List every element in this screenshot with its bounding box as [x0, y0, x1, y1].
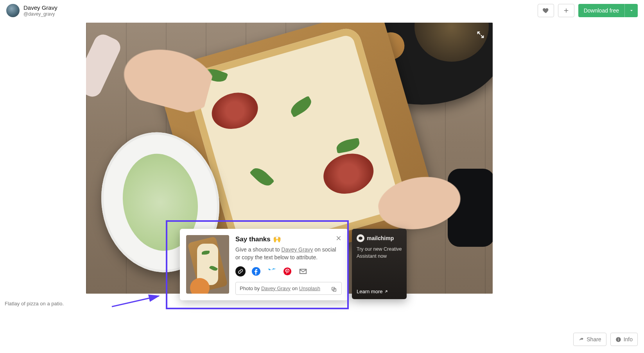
photo-header: Davey Gravy @davey_gravy Download free	[0, 0, 644, 20]
svg-rect-1	[618, 339, 619, 341]
photo-caption: Flatlay of pizza on a patio.	[5, 301, 64, 307]
share-pinterest-button[interactable]	[282, 266, 292, 276]
share-email-button[interactable]	[298, 266, 308, 276]
download-button[interactable]: Download free	[578, 4, 624, 17]
expand-icon	[476, 30, 485, 39]
plus-icon	[563, 7, 570, 14]
footer-actions: Share Info	[573, 333, 638, 346]
annotation-arrow	[106, 293, 168, 308]
copy-icon	[331, 286, 337, 292]
download-options-button[interactable]	[624, 4, 638, 17]
chevron-down-icon	[629, 8, 634, 13]
svg-rect-2	[618, 338, 619, 338]
hands-emoji: 🙌	[273, 235, 281, 243]
info-icon	[615, 337, 621, 342]
thanks-description: Give a shoutout to Davey Gravy on social…	[235, 246, 342, 262]
share-icon	[578, 337, 584, 342]
avatar[interactable]	[6, 4, 20, 17]
copy-attribution-button[interactable]	[328, 284, 340, 295]
link-icon	[238, 269, 243, 274]
svg-line-7	[112, 296, 159, 307]
say-thanks-card: Say thanks 🙌 Give a shoutout to Davey Gr…	[180, 229, 348, 300]
author-block[interactable]: Davey Gravy @davey_gravy	[6, 4, 57, 17]
pinterest-icon	[283, 267, 292, 276]
promo-card[interactable]: mailchimp Try our new Creative Assistant…	[352, 229, 407, 299]
share-twitter-button[interactable]	[267, 266, 277, 276]
email-icon	[299, 267, 307, 276]
attrib-site-link[interactable]: Unsplash	[299, 285, 320, 291]
share-label: Share	[587, 336, 601, 342]
share-facebook-button[interactable]	[251, 266, 261, 276]
close-button[interactable]	[334, 234, 343, 243]
facebook-icon	[251, 267, 261, 276]
twitter-icon	[267, 267, 276, 276]
download-group: Download free	[578, 4, 638, 17]
promo-cta[interactable]: Learn more	[357, 289, 402, 294]
heart-icon	[542, 7, 549, 14]
copy-link-button[interactable]	[235, 266, 246, 276]
thanks-title: Say thanks 🙌	[235, 235, 342, 243]
like-button[interactable]	[538, 4, 554, 17]
author-handle[interactable]: @davey_gravy	[23, 11, 57, 17]
arrow-up-right-icon	[384, 289, 388, 294]
mailchimp-icon	[357, 234, 364, 242]
close-icon	[335, 235, 342, 241]
promo-logo: mailchimp	[357, 234, 402, 242]
info-button[interactable]: Info	[610, 333, 638, 346]
add-to-collection-button[interactable]	[558, 4, 574, 17]
info-label: Info	[624, 336, 633, 342]
author-name[interactable]: Davey Gravy	[23, 4, 57, 11]
promo-text: Try our new Creative Assistant now	[357, 246, 402, 260]
thanks-thumbnail	[186, 235, 229, 294]
thanks-body: Say thanks 🙌 Give a shoutout to Davey Gr…	[235, 235, 342, 295]
share-row	[235, 266, 342, 276]
header-actions: Download free	[538, 4, 638, 17]
expand-button[interactable]	[474, 28, 487, 41]
author-text: Davey Gravy @davey_gravy	[23, 4, 57, 17]
thanks-author-link[interactable]: Davey Gravy	[282, 246, 313, 253]
share-button[interactable]: Share	[573, 333, 606, 346]
attrib-author-link[interactable]: Davey Gravy	[261, 285, 291, 291]
attribution-box: Photo by Davey Gravy on Unsplash	[235, 282, 342, 295]
